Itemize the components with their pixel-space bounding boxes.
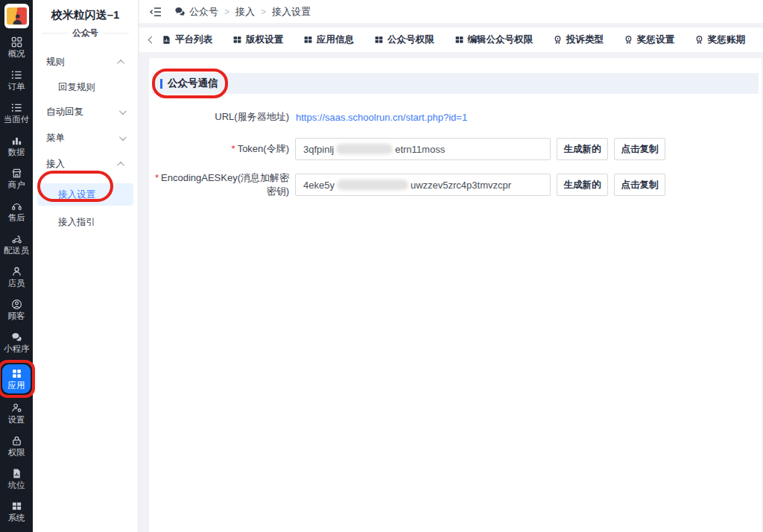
nav-group-auto-reply[interactable]: 自动回复 <box>33 99 138 125</box>
sidebar-item-system[interactable]: 系统 <box>0 501 33 523</box>
facepay-list-icon <box>11 102 22 113</box>
sidebar-item-staff[interactable]: 店员 <box>0 266 33 288</box>
aeskey-generate-button[interactable]: 生成新的 <box>557 174 608 196</box>
sidebar-item-merchant[interactable]: 商户 <box>0 168 33 190</box>
aeskey-row: *EncodingAESKey(消息加解密密钥) 4eke5y uwzzev5z… <box>152 171 762 198</box>
sidebar-item-miniprogram[interactable]: 小程序 <box>0 332 33 354</box>
sidebar-item-apps[interactable]: 应用 <box>2 364 31 393</box>
sidebar-item-facepay[interactable]: 当面付 <box>0 102 33 124</box>
tab-label: 版权设置 <box>246 34 283 46</box>
breadcrumb-label: 公众号 <box>189 5 218 19</box>
nav-item-access-settings[interactable]: 接入设置 <box>37 183 133 206</box>
workspace-title: 校米粒闪送–1 <box>33 8 138 22</box>
server-url-link[interactable]: https://saas.schoolrun.cn/start.php?id=1 <box>296 112 467 123</box>
primary-sidebar: 概况 订单 当面付 数据 商户 售后 配送员 店员 顾客 小程序 应用 <box>0 0 33 532</box>
nav-item-label: 接入指引 <box>58 216 95 229</box>
sidebar-item-label: 概况 <box>8 49 25 59</box>
sidebar-item-aftersales[interactable]: 售后 <box>0 200 33 223</box>
breadcrumb-item-official-account[interactable]: 公众号 <box>174 5 218 19</box>
divider <box>42 33 68 34</box>
tab-reward-settings[interactable]: 奖惩设置 <box>624 34 674 46</box>
nav-group-label: 接入 <box>46 158 65 171</box>
app-logo[interactable] <box>4 4 29 28</box>
sidebar-item-courier[interactable]: 配送员 <box>0 233 33 256</box>
tab-app-info[interactable]: 应用信息 <box>303 34 354 46</box>
tab-label: 应用信息 <box>317 34 354 46</box>
chevron-up-icon <box>117 162 124 169</box>
sidebar-item-label: 当面付 <box>4 115 30 124</box>
sidebar-item-settings[interactable]: 设置 <box>0 402 33 425</box>
tab-account-permissions[interactable]: 公众号权限 <box>374 34 434 46</box>
bar-chart-icon <box>11 135 22 146</box>
nav-group-menu[interactable]: 菜单 <box>33 125 138 151</box>
sidebar-item-label: 订单 <box>8 82 25 92</box>
sidebar-item-label: 权限 <box>8 448 25 457</box>
token-input[interactable]: 3qfpinlj etrn11moss <box>295 138 551 160</box>
nav-item-label: 回复规则 <box>58 81 95 94</box>
tab-copyright-settings[interactable]: 版权设置 <box>232 34 283 46</box>
file-chart-icon <box>11 468 22 479</box>
token-row: *Token(令牌) 3qfpinlj etrn11moss 生成新的 点击复制 <box>152 138 762 160</box>
medal-icon <box>553 35 563 45</box>
tab-reward-billing[interactable]: 奖惩账期 <box>694 34 745 46</box>
headset-icon <box>11 200 22 212</box>
aeskey-value-suffix: uwzzev5zrc4p3tmvzcpr <box>411 180 511 191</box>
nav-group-label: 菜单 <box>46 132 65 145</box>
divider <box>103 33 129 34</box>
nav-item-access-guide[interactable]: 接入指引 <box>33 210 138 234</box>
user-gear-icon <box>11 402 22 414</box>
nav-group-rules[interactable]: 规则 <box>33 49 138 75</box>
sidebar-item-overview[interactable]: 概况 <box>0 37 33 59</box>
medal-icon <box>694 35 704 45</box>
breadcrumb-separator: > <box>261 7 266 17</box>
sidebar-item-customer[interactable]: 顾客 <box>0 299 33 321</box>
medal-icon <box>624 35 633 45</box>
aeskey-redacted-segment <box>337 180 408 190</box>
sidebar-item-data[interactable]: 数据 <box>0 135 33 157</box>
communication-form: URL(服务器地址) https://saas.schoolrun.cn/sta… <box>149 106 762 198</box>
menu-fold-icon[interactable] <box>150 6 162 18</box>
chevron-down-icon <box>119 133 127 141</box>
token-value-prefix: 3qfpinlj <box>303 144 334 155</box>
sidebar-item-permissions[interactable]: 权限 <box>0 435 33 457</box>
chat-bubbles-icon <box>11 332 22 343</box>
tab-platform-list[interactable]: 平台列表 <box>162 34 212 46</box>
grid-icon <box>232 35 242 45</box>
tab-label: 编辑公众号权限 <box>468 34 534 46</box>
tab-label: 投诉类型 <box>566 34 604 46</box>
required-mark: * <box>155 172 159 183</box>
token-label: *Token(令牌) <box>152 142 289 156</box>
token-generate-button[interactable]: 生成新的 <box>557 138 608 160</box>
nav-item-reply-rules[interactable]: 回复规则 <box>33 75 138 99</box>
tabs-scroll-left-icon[interactable] <box>149 34 154 47</box>
breadcrumb: 公众号 > 接入 > 接入设置 <box>174 5 311 19</box>
aeskey-label-text: EncodingAESKey(消息加解密密钥) <box>161 172 289 197</box>
breadcrumb-separator: > <box>224 7 229 17</box>
breadcrumb-item-access-settings[interactable]: 接入设置 <box>272 5 311 19</box>
sidebar-item-slots[interactable]: 坑位 <box>0 468 33 490</box>
nav-group-label: 自动回复 <box>46 106 83 118</box>
sidebar-item-label: 小程序 <box>4 344 30 354</box>
sidebar-item-orders[interactable]: 订单 <box>0 69 33 92</box>
section-title: 公众号通信 <box>168 77 218 90</box>
tab-complaint-types[interactable]: 投诉类型 <box>553 34 604 46</box>
workspace-subtitle-row: 公众号 <box>42 28 129 39</box>
workspace-subtitle: 公众号 <box>72 28 98 39</box>
sidebar-item-label: 应用 <box>8 381 25 390</box>
nav-group-access[interactable]: 接入 <box>33 151 138 177</box>
required-mark: * <box>232 143 235 154</box>
tab-edit-account-permissions[interactable]: 编辑公众号权限 <box>455 34 534 46</box>
user-circle-icon <box>11 299 22 310</box>
token-redacted-segment <box>336 144 393 154</box>
sidebar-item-label: 数据 <box>8 148 25 157</box>
chevron-down-icon <box>119 107 127 115</box>
token-copy-button[interactable]: 点击复制 <box>614 138 665 160</box>
sidebar-item-label: 顾客 <box>8 311 25 321</box>
breadcrumb-label: 接入设置 <box>272 5 311 19</box>
secondary-nav: 规则 回复规则 自动回复 菜单 接入 接入设置 接入指引 <box>33 49 138 234</box>
aeskey-input[interactable]: 4eke5y uwzzev5zrc4p3tmvzcpr <box>295 174 551 196</box>
secondary-sidebar: 校米粒闪送–1 公众号 规则 回复规则 自动回复 菜单 接入 接入设置 接入指引 <box>33 0 139 532</box>
aeskey-copy-button[interactable]: 点击复制 <box>614 174 665 196</box>
breadcrumb-item-access[interactable]: 接入 <box>235 5 255 19</box>
grid-icon <box>374 35 384 45</box>
